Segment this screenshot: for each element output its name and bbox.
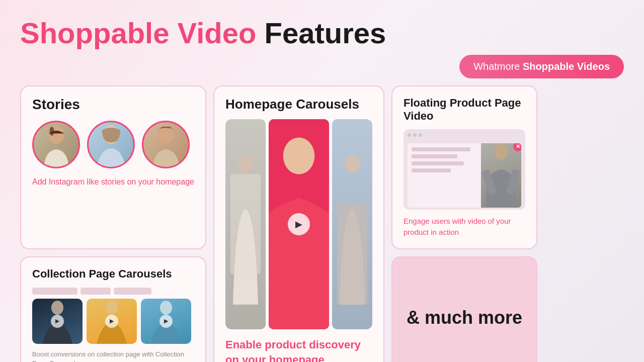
thumbnail-3: ▶: [141, 299, 191, 344]
collection-carousels-card: Collection Page Carousels ▶ ▶: [20, 256, 206, 362]
carousel-right-figure: [332, 119, 372, 329]
floating-description: Engage users with video of your product …: [404, 216, 525, 238]
much-more-title: & much more: [407, 307, 522, 328]
avatar-1-svg: [39, 122, 74, 167]
collection-thumbnails: ▶ ▶ ▶: [32, 299, 194, 344]
play-button[interactable]: ▶: [288, 213, 310, 235]
floating-video-card: Floating Product Page Video ✕: [391, 85, 537, 249]
homepage-carousels-title: Homepage Carousels: [225, 97, 372, 112]
text-line-4: [412, 168, 451, 172]
stories-card: Stories: [20, 85, 206, 249]
carousel-left-panel: [225, 119, 266, 329]
svg-rect-5: [230, 174, 261, 275]
thumbnail-1: ▶: [32, 299, 83, 344]
avatar-1: [32, 121, 80, 168]
svg-point-15: [160, 301, 172, 315]
avatar-3-svg: [148, 122, 184, 167]
skel-bar-1: [32, 288, 77, 295]
thumbnail-2: ▶: [87, 299, 137, 344]
avatar-3: [142, 121, 190, 168]
svg-rect-9: [337, 204, 367, 305]
browser-dot-2: [413, 133, 417, 137]
play-icon-1[interactable]: ▶: [51, 315, 64, 328]
text-line-2: [412, 154, 457, 158]
floating-text-area: [408, 143, 481, 208]
close-icon[interactable]: ✕: [513, 143, 521, 151]
svg-point-10: [494, 143, 508, 160]
svg-point-13: [51, 301, 63, 315]
homepage-description: Enable product discovery on your homepag…: [225, 337, 372, 362]
browser-bar: [404, 129, 525, 141]
shoppable-badge[interactable]: Whatmore Shoppable Videos: [459, 55, 624, 78]
stories-avatars: [32, 121, 194, 168]
collection-description: Boost conversions on collection page wit…: [32, 350, 194, 362]
text-line-1: [412, 147, 470, 151]
badge-bold-text: Shoppable Videos: [523, 61, 610, 72]
collection-carousels-title: Collection Page Carousels: [32, 267, 194, 281]
main-grid: Stories: [0, 85, 644, 362]
svg-point-4: [238, 155, 253, 173]
skel-bar-2: [80, 288, 111, 295]
stories-title: Stories: [32, 97, 194, 113]
avatar-2: [87, 121, 135, 168]
carousel-left-figure: [225, 119, 266, 329]
carousel-center-panel: ▶: [269, 119, 329, 329]
floating-video-thumbnail: ✕: [481, 143, 521, 208]
browser-dot-1: [408, 133, 411, 137]
floating-content: ✕: [408, 143, 521, 208]
title-pink: Shoppable Video: [20, 17, 256, 49]
text-line-3: [412, 161, 464, 165]
much-more-card: & much more: [391, 256, 537, 362]
homepage-carousels-card: Homepage Carousels ▶: [213, 85, 384, 362]
carousel-right-panel: [332, 119, 372, 329]
skel-bar-3: [114, 288, 151, 295]
title-dark: Features: [256, 17, 386, 49]
avatar-2-svg: [94, 122, 129, 167]
stories-description: Add Instagram like stories on your homep…: [32, 176, 194, 188]
svg-point-7: [283, 138, 315, 174]
browser-dot-3: [419, 133, 422, 137]
floating-figure-svg: [481, 143, 521, 208]
collection-skeleton: [32, 288, 194, 295]
badge-light-text: Whatmore: [473, 61, 523, 72]
svg-point-8: [345, 155, 360, 173]
header: Shoppable Video Features: [0, 0, 644, 55]
play-icon-2[interactable]: ▶: [105, 315, 118, 328]
svg-point-14: [106, 301, 118, 315]
floating-video-title: Floating Product Page Video: [404, 97, 525, 123]
carousel-preview: ▶: [225, 119, 372, 329]
badge-row: Whatmore Shoppable Videos: [0, 55, 644, 83]
floating-preview: ✕: [404, 129, 525, 210]
play-icon-3[interactable]: ▶: [159, 315, 173, 328]
